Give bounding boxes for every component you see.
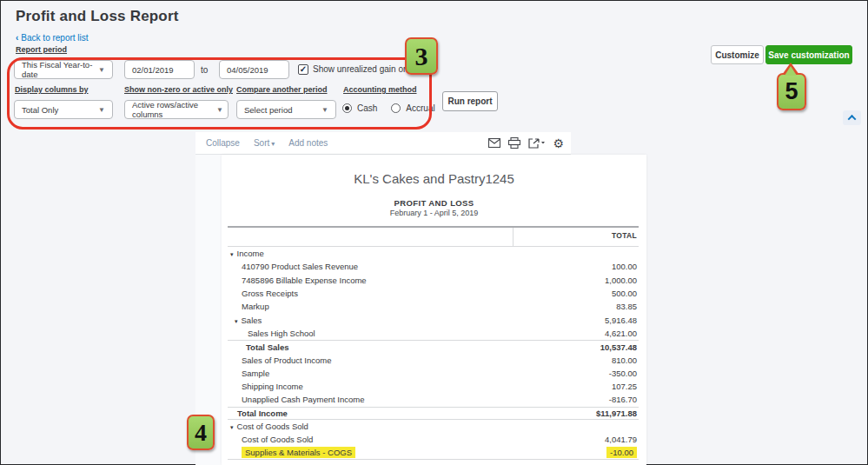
row-value: 500.00 (612, 289, 637, 298)
total-column-header: TOTAL (612, 231, 637, 240)
compare-period-label: Compare another period (236, 85, 328, 94)
report-date-range: February 1 - April 5, 2019 (222, 209, 646, 217)
compare-period-select[interactable]: Select period ▼ (236, 100, 336, 119)
collapse-panel-button[interactable] (843, 110, 861, 125)
row-label: Shipping Income (242, 382, 303, 391)
row-label: Markup (242, 302, 269, 311)
chevron-down-icon: ▼ (316, 106, 328, 114)
row-label: ▾Sales (235, 316, 262, 325)
check-icon: ✓ (300, 65, 307, 74)
row-label: 410790 Product Sales Revenue (242, 262, 358, 271)
row-label: ▾Cost of Goods Sold (230, 422, 308, 431)
export-icon[interactable] (528, 137, 545, 149)
back-to-report-list-link[interactable]: ‹Back to report list (16, 33, 89, 43)
row-label: Sales High School (248, 329, 315, 338)
accrual-radio[interactable] (391, 103, 401, 113)
row-value: -816.70 (609, 395, 637, 404)
report-period-label: Report period (16, 45, 67, 54)
chevron-down-icon: ▼ (211, 106, 223, 114)
date-to-field[interactable]: 04/05/2019 (219, 60, 289, 79)
cash-label: Cash (357, 103, 377, 113)
report-row[interactable]: Unapplied Cash Payment Income-816.70 (228, 393, 639, 406)
collapse-link[interactable]: Collapse (206, 138, 240, 148)
report-row[interactable]: Sample-350.00 (228, 367, 639, 380)
row-label: Total Sales (246, 342, 288, 352)
chevron-down-icon: ▼ (93, 66, 105, 74)
annotation-step-3: 3 (405, 37, 438, 75)
display-columns-label: Display columns by (15, 85, 89, 94)
row-label: Cost of Goods Sold (242, 435, 313, 444)
customize-button[interactable]: Customize (711, 45, 764, 64)
run-report-button[interactable]: Run report (442, 91, 498, 111)
report-row[interactable]: Total Income$11,971.88 (228, 407, 639, 420)
row-label: 7485896 Billable Expense Income (242, 276, 367, 285)
nonzero-select[interactable]: Active rows/active columns ▼ (124, 100, 229, 119)
page-title: Profit and Loss Report (16, 8, 179, 25)
row-label: Sample (242, 369, 269, 378)
chevron-down-icon: ▼ (93, 106, 105, 114)
row-value: 83.85 (616, 302, 637, 311)
date-from-field[interactable]: 02/01/2019 (124, 60, 195, 79)
show-unrealized-checkbox[interactable]: ✓ (298, 64, 308, 75)
row-value: 100.00 (612, 262, 637, 271)
row-value: 4,621.00 (605, 329, 637, 338)
report-row[interactable]: Sales of Product Income810.00 (228, 353, 639, 366)
report-row[interactable]: Sales High School4,621.00 (228, 327, 639, 340)
row-label: Total Income (237, 409, 288, 418)
row-label: Sales of Product Income (242, 355, 332, 365)
accounting-method-radios: Cash Accrual (342, 103, 435, 113)
add-notes-link[interactable]: Add notes (288, 138, 328, 148)
report-row[interactable]: 410790 Product Sales Revenue100.00 (228, 260, 639, 273)
report-period-select[interactable]: This Fiscal Year-to-date ▼ (14, 60, 113, 79)
chevron-left-icon: ‹ (16, 33, 18, 43)
collapse-triangle-icon[interactable]: ▾ (230, 424, 234, 430)
row-value: -10.00 (606, 447, 637, 458)
report-row[interactable]: Gross Receipts500.00 (228, 287, 639, 300)
accounting-method-label: Accounting method (343, 85, 417, 94)
report-row[interactable]: Shipping Income107.25 (228, 380, 639, 393)
chevron-down-icon: ▾ (271, 140, 275, 148)
row-label: Supplies & Materials - COGS (242, 447, 355, 458)
report-row[interactable]: ▾Sales5,916.48 (228, 313, 639, 326)
sort-link[interactable]: Sort▾ (254, 138, 275, 148)
row-value: 10,537.48 (600, 342, 637, 352)
nonzero-label: Show non-zero or active only (124, 85, 233, 94)
annotation-step-5: 5 (777, 73, 806, 110)
report-row[interactable]: Total Sales10,537.48 (228, 340, 639, 353)
save-customization-button[interactable]: Save customization (765, 45, 852, 64)
cash-radio[interactable] (342, 103, 352, 113)
report-row[interactable]: 7485896 Billable Expense Income1,000.00 (228, 274, 639, 287)
row-value: 810.00 (612, 355, 637, 365)
row-value: 107.25 (612, 382, 637, 391)
chevron-up-icon (848, 115, 857, 123)
row-label: Gross Receipts (242, 289, 298, 298)
row-value: 4,041.79 (605, 435, 637, 444)
report-row[interactable]: ▾Cost of Goods Sold (228, 420, 639, 433)
company-name: KL's Cakes and Pastry1245 (222, 171, 646, 186)
accrual-label: Accrual (406, 103, 434, 113)
row-label: Unapplied Cash Payment Income (242, 395, 365, 404)
mail-icon[interactable] (488, 138, 500, 148)
row-value: 1,000.00 (605, 276, 637, 285)
report-row[interactable]: Cost of Goods Sold4,041.79 (228, 433, 639, 446)
gear-icon[interactable]: ⚙ (553, 137, 564, 149)
display-columns-select[interactable]: Total Only ▼ (14, 100, 113, 119)
row-value: -350.00 (609, 369, 637, 378)
table-top-rule (228, 226, 639, 228)
collapse-triangle-icon[interactable]: ▾ (230, 251, 234, 257)
report-row[interactable]: Supplies & Materials - COGS-10.00 (228, 446, 639, 459)
report-toolbar: Collapse Sort▾ Add notes ⚙ (195, 132, 571, 155)
print-icon[interactable] (508, 137, 520, 149)
row-value: 5,916.48 (605, 316, 637, 325)
report-row[interactable]: Markup83.85 (228, 300, 639, 313)
table-column-divider (513, 228, 514, 246)
profit-and-loss-report-screen: Profit and Loss Report ‹Back to report l… (0, 0, 868, 465)
annotation-step-4: 4 (187, 415, 215, 450)
collapse-triangle-icon[interactable]: ▾ (235, 318, 238, 324)
to-label: to (201, 65, 208, 75)
report-page: KL's Cakes and Pastry1245 PROFIT AND LOS… (222, 155, 646, 465)
row-label: ▾Income (230, 249, 264, 258)
report-title: PROFIT AND LOSS (222, 198, 646, 208)
report-row[interactable]: ▾Income (228, 247, 639, 260)
report-rows: ▾Income410790 Product Sales Revenue100.0… (228, 247, 639, 460)
